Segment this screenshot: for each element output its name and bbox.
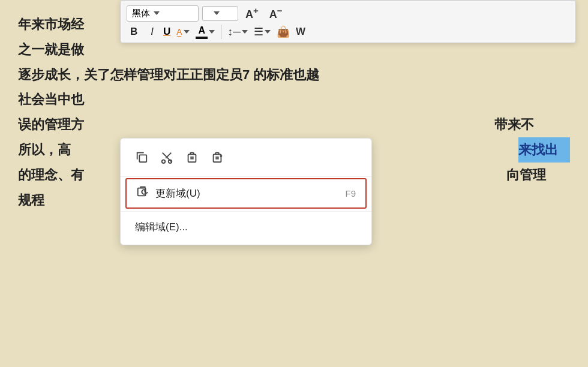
- font-color-chevron: [209, 30, 215, 34]
- line-spacing-chevron: [242, 30, 248, 34]
- svg-rect-5: [188, 154, 196, 162]
- svg-rect-0: [139, 155, 146, 162]
- italic-button[interactable]: I: [147, 25, 157, 39]
- toolbar-separator-1: [221, 25, 221, 39]
- underline-color-chevron: [184, 30, 190, 34]
- font-name-chevron: [154, 11, 160, 15]
- line-spacing-button[interactable]: ↕─: [227, 26, 248, 38]
- format-painter-button[interactable]: 👜: [277, 25, 290, 38]
- context-icons-row: [121, 146, 371, 177]
- underline-color-button[interactable]: A̲: [176, 27, 190, 37]
- toolbar-row-font: 黑体 A+ A−: [127, 4, 569, 22]
- paragraph-align-button[interactable]: ☰: [254, 25, 271, 38]
- font-decrease-button[interactable]: A−: [266, 4, 286, 22]
- doc-line-3: 逐步成长，关了怎样管理对正正围定员7 的标准也越: [18, 62, 570, 88]
- svg-line-4: [166, 153, 171, 158]
- paragraph-align-chevron: [265, 30, 271, 34]
- paragraph-align-icon: ☰: [254, 25, 263, 38]
- line-spacing-icon: ↕─: [227, 26, 241, 38]
- font-size-label: [208, 8, 210, 19]
- formatting-toolbar: 黑体 A+ A− B I U A̲ A: [120, 0, 576, 43]
- font-size-selector[interactable]: [202, 6, 238, 21]
- copy-icon[interactable]: [135, 149, 148, 168]
- paste-special-icon[interactable]: [211, 149, 224, 168]
- doc-line-5: 误的管理方 带来不: [18, 112, 570, 137]
- cut-icon[interactable]: [160, 149, 173, 168]
- edit-field-menu-item[interactable]: 编辑域(E)...: [121, 214, 371, 240]
- svg-rect-8: [214, 154, 221, 162]
- update-field-icon: [136, 185, 149, 201]
- bold-button[interactable]: B: [127, 25, 141, 39]
- edit-field-label: 编辑域(E)...: [135, 220, 188, 234]
- svg-point-1: [162, 160, 166, 164]
- w-label: W: [296, 26, 305, 38]
- doc-line-4: 社会当中也: [18, 87, 570, 112]
- toolbar-row-format: B I U A̲ A ↕─ ☰: [127, 25, 569, 39]
- context-menu: 更新域(U) F9 编辑域(E)...: [120, 138, 372, 245]
- context-divider: [121, 211, 371, 212]
- font-color-button[interactable]: A: [196, 25, 215, 39]
- update-field-shortcut: F9: [345, 188, 356, 198]
- paste-icon[interactable]: [185, 149, 199, 168]
- font-increase-button[interactable]: A+: [242, 4, 262, 22]
- underline-icon: U: [163, 26, 170, 38]
- update-field-label: 更新域(U): [155, 186, 200, 200]
- font-size-chevron: [214, 11, 220, 15]
- underline-a-label: A̲: [176, 27, 182, 37]
- underline-button[interactable]: U: [163, 26, 170, 38]
- font-name-selector[interactable]: 黑体: [127, 5, 199, 22]
- font-name-label: 黑体: [132, 8, 150, 19]
- update-field-menu-item[interactable]: 更新域(U) F9: [125, 178, 367, 209]
- font-color-bar: [196, 37, 208, 39]
- font-color-a-label: A: [199, 25, 206, 36]
